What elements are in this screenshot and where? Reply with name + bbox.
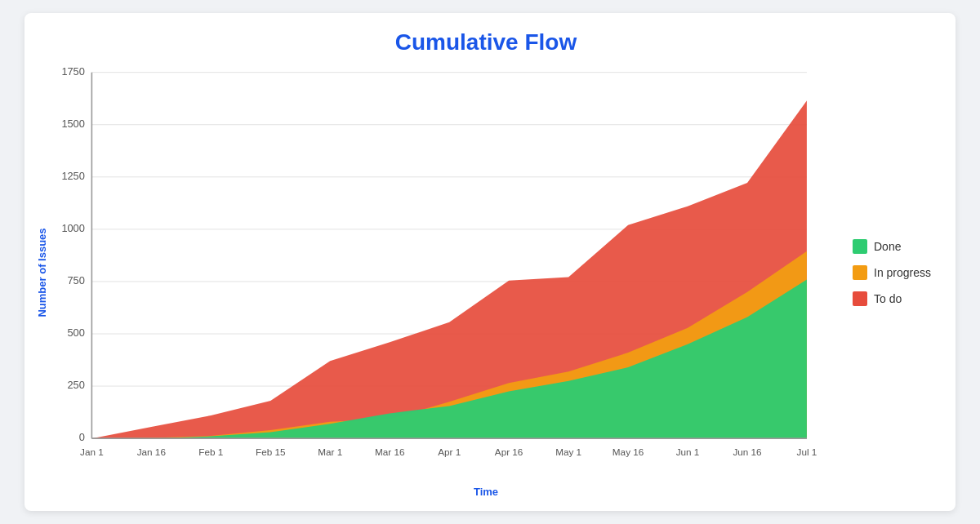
chart-legend: Done In progress To do xyxy=(833,64,939,482)
chart-title: Cumulative Flow xyxy=(395,29,577,56)
svg-text:1750: 1750 xyxy=(61,65,84,78)
svg-text:May 16: May 16 xyxy=(612,446,644,457)
svg-text:Jan 1: Jan 1 xyxy=(80,446,104,457)
svg-text:1250: 1250 xyxy=(61,170,84,182)
svg-text:Mar 1: Mar 1 xyxy=(318,446,342,457)
chart-container: Cumulative Flow Number of Issues xyxy=(24,13,956,511)
svg-text:Apr 1: Apr 1 xyxy=(438,446,461,457)
svg-text:Jun 16: Jun 16 xyxy=(733,446,762,457)
in-progress-label: In progress xyxy=(874,266,931,279)
legend-item-to-do: To do xyxy=(853,291,939,306)
to-do-color-box xyxy=(853,291,867,306)
svg-text:Jun 1: Jun 1 xyxy=(676,446,700,457)
chart-svg: 0 250 500 750 1000 1250 1500 1750 xyxy=(48,64,833,482)
svg-text:Apr 16: Apr 16 xyxy=(495,446,523,457)
to-do-label: To do xyxy=(874,292,902,305)
svg-text:May 1: May 1 xyxy=(555,446,581,457)
svg-text:Mar 16: Mar 16 xyxy=(375,446,405,457)
svg-text:500: 500 xyxy=(67,326,84,339)
svg-text:Feb 1: Feb 1 xyxy=(198,446,223,457)
chart-and-legend: 0 250 500 750 1000 1250 1500 1750 xyxy=(48,64,939,482)
legend-item-done: Done xyxy=(853,239,939,254)
svg-text:Jan 16: Jan 16 xyxy=(137,446,167,457)
svg-text:750: 750 xyxy=(67,274,84,286)
chart-area: Number of Issues 0 250 xyxy=(33,64,939,482)
done-color-box xyxy=(853,239,867,254)
svg-text:250: 250 xyxy=(67,379,84,391)
x-axis-label: Time xyxy=(33,486,939,498)
svg-text:1500: 1500 xyxy=(61,118,84,130)
svg-text:1000: 1000 xyxy=(61,222,84,234)
svg-text:Jul 1: Jul 1 xyxy=(797,446,817,457)
svg-text:0: 0 xyxy=(79,431,85,443)
legend-item-in-progress: In progress xyxy=(853,265,939,280)
done-label: Done xyxy=(874,240,901,253)
svg-text:Feb 15: Feb 15 xyxy=(256,446,286,457)
y-axis-label: Number of Issues xyxy=(33,64,48,482)
in-progress-color-box xyxy=(853,265,867,280)
